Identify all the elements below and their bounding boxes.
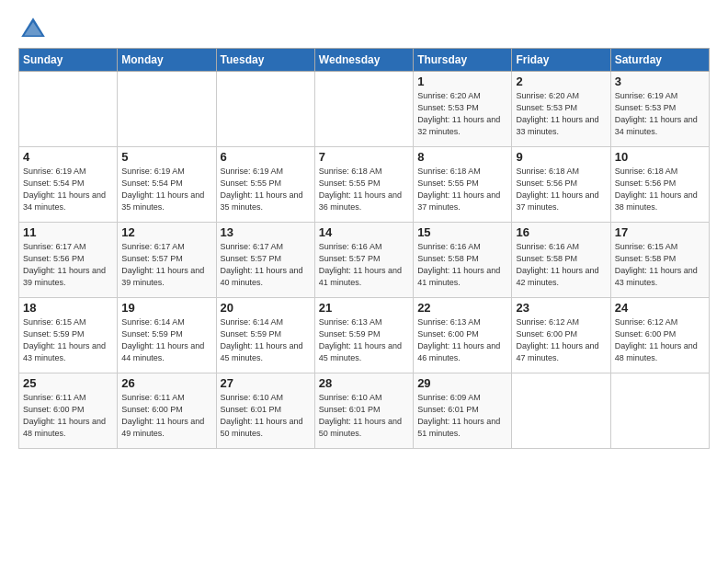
day-info: Sunrise: 6:14 AMSunset: 5:59 PMDaylight:… <box>121 316 211 364</box>
day-info: Sunrise: 6:14 AMSunset: 5:59 PMDaylight:… <box>221 316 311 364</box>
calendar-cell: 25 Sunrise: 6:11 AMSunset: 6:00 PMDaylig… <box>19 373 118 449</box>
day-number: 25 <box>23 376 113 390</box>
column-header-thursday: Thursday <box>414 49 512 72</box>
day-info: Sunrise: 6:18 AMSunset: 5:56 PMDaylight:… <box>516 166 606 213</box>
day-info: Sunrise: 6:11 AMSunset: 6:00 PMDaylight:… <box>121 392 211 440</box>
calendar-cell: 8 Sunrise: 6:18 AMSunset: 5:55 PMDayligh… <box>414 147 512 223</box>
day-info: Sunrise: 6:18 AMSunset: 5:55 PMDaylight:… <box>417 166 507 213</box>
day-info: Sunrise: 6:10 AMSunset: 6:01 PMDaylight:… <box>221 392 311 440</box>
day-number: 26 <box>121 376 211 390</box>
calendar-cell: 27 Sunrise: 6:10 AMSunset: 6:01 PMDaylig… <box>216 373 314 449</box>
day-info: Sunrise: 6:12 AMSunset: 6:00 PMDaylight:… <box>516 316 606 364</box>
column-header-tuesday: Tuesday <box>216 49 314 72</box>
day-info: Sunrise: 6:16 AMSunset: 5:58 PMDaylight:… <box>417 241 507 289</box>
calendar-week-row: 1 Sunrise: 6:20 AMSunset: 5:53 PMDayligh… <box>19 72 710 147</box>
day-number: 2 <box>516 75 606 88</box>
day-number: 6 <box>221 150 311 164</box>
day-info: Sunrise: 6:10 AMSunset: 6:01 PMDaylight:… <box>319 392 409 440</box>
calendar-cell: 14 Sunrise: 6:16 AMSunset: 5:57 PMDaylig… <box>314 223 413 298</box>
day-info: Sunrise: 6:19 AMSunset: 5:53 PMDaylight:… <box>615 90 705 138</box>
column-header-sunday: Sunday <box>19 49 118 72</box>
logo-icon <box>18 15 48 44</box>
day-number: 13 <box>221 225 311 239</box>
calendar-cell: 29 Sunrise: 6:09 AMSunset: 6:01 PMDaylig… <box>414 373 512 449</box>
calendar-cell: 16 Sunrise: 6:16 AMSunset: 5:58 PMDaylig… <box>512 223 610 298</box>
calendar-cell <box>216 72 314 147</box>
calendar-header-row: SundayMondayTuesdayWednesdayThursdayFrid… <box>19 49 710 72</box>
calendar-cell <box>118 72 216 147</box>
day-number: 3 <box>615 75 705 88</box>
calendar-week-row: 11 Sunrise: 6:17 AMSunset: 5:56 PMDaylig… <box>19 223 710 298</box>
calendar-cell: 1 Sunrise: 6:20 AMSunset: 5:53 PMDayligh… <box>414 72 512 147</box>
day-info: Sunrise: 6:11 AMSunset: 6:00 PMDaylight:… <box>23 392 113 440</box>
day-info: Sunrise: 6:16 AMSunset: 5:57 PMDaylight:… <box>319 241 409 289</box>
column-header-wednesday: Wednesday <box>314 49 413 72</box>
day-number: 19 <box>121 301 211 315</box>
day-info: Sunrise: 6:19 AMSunset: 5:55 PMDaylight:… <box>221 166 311 213</box>
day-number: 29 <box>417 376 507 390</box>
calendar-cell: 2 Sunrise: 6:20 AMSunset: 5:53 PMDayligh… <box>512 72 610 147</box>
calendar-cell: 13 Sunrise: 6:17 AMSunset: 5:57 PMDaylig… <box>216 223 314 298</box>
calendar-cell: 23 Sunrise: 6:12 AMSunset: 6:00 PMDaylig… <box>512 298 610 373</box>
calendar-cell <box>314 72 413 147</box>
day-number: 28 <box>319 376 409 390</box>
day-number: 24 <box>615 301 705 315</box>
day-number: 20 <box>221 301 311 315</box>
day-number: 23 <box>516 301 606 315</box>
calendar-cell: 10 Sunrise: 6:18 AMSunset: 5:56 PMDaylig… <box>610 147 709 223</box>
day-info: Sunrise: 6:12 AMSunset: 6:00 PMDaylight:… <box>615 316 705 364</box>
day-info: Sunrise: 6:13 AMSunset: 5:59 PMDaylight:… <box>319 316 409 364</box>
day-info: Sunrise: 6:17 AMSunset: 5:57 PMDaylight:… <box>221 241 311 289</box>
calendar-cell <box>610 373 709 449</box>
calendar-week-row: 18 Sunrise: 6:15 AMSunset: 5:59 PMDaylig… <box>19 298 710 373</box>
day-info: Sunrise: 6:20 AMSunset: 5:53 PMDaylight:… <box>417 90 507 138</box>
day-number: 11 <box>23 225 113 239</box>
day-number: 27 <box>221 376 311 390</box>
day-number: 5 <box>121 150 211 164</box>
calendar-cell: 17 Sunrise: 6:15 AMSunset: 5:58 PMDaylig… <box>610 223 709 298</box>
calendar-cell: 18 Sunrise: 6:15 AMSunset: 5:59 PMDaylig… <box>19 298 118 373</box>
calendar-cell: 20 Sunrise: 6:14 AMSunset: 5:59 PMDaylig… <box>216 298 314 373</box>
day-number: 7 <box>319 150 409 164</box>
day-info: Sunrise: 6:09 AMSunset: 6:01 PMDaylight:… <box>417 392 507 440</box>
calendar-cell: 9 Sunrise: 6:18 AMSunset: 5:56 PMDayligh… <box>512 147 610 223</box>
column-header-monday: Monday <box>118 49 216 72</box>
day-number: 14 <box>319 225 409 239</box>
header <box>18 15 710 44</box>
day-number: 21 <box>319 301 409 315</box>
page-container: SundayMondayTuesdayWednesdayThursdayFrid… <box>0 0 728 458</box>
day-number: 9 <box>516 150 606 164</box>
day-info: Sunrise: 6:17 AMSunset: 5:57 PMDaylight:… <box>121 241 211 289</box>
calendar-cell: 12 Sunrise: 6:17 AMSunset: 5:57 PMDaylig… <box>118 223 216 298</box>
calendar-cell: 4 Sunrise: 6:19 AMSunset: 5:54 PMDayligh… <box>19 147 118 223</box>
day-info: Sunrise: 6:13 AMSunset: 6:00 PMDaylight:… <box>417 316 507 364</box>
day-number: 16 <box>516 225 606 239</box>
day-number: 1 <box>417 75 507 88</box>
calendar-cell: 11 Sunrise: 6:17 AMSunset: 5:56 PMDaylig… <box>19 223 118 298</box>
day-info: Sunrise: 6:19 AMSunset: 5:54 PMDaylight:… <box>23 166 113 213</box>
calendar-cell: 15 Sunrise: 6:16 AMSunset: 5:58 PMDaylig… <box>414 223 512 298</box>
day-number: 8 <box>417 150 507 164</box>
calendar-cell: 7 Sunrise: 6:18 AMSunset: 5:55 PMDayligh… <box>314 147 413 223</box>
day-info: Sunrise: 6:20 AMSunset: 5:53 PMDaylight:… <box>516 90 606 138</box>
day-number: 22 <box>417 301 507 315</box>
day-info: Sunrise: 6:17 AMSunset: 5:56 PMDaylight:… <box>23 241 113 289</box>
calendar-week-row: 4 Sunrise: 6:19 AMSunset: 5:54 PMDayligh… <box>19 147 710 223</box>
calendar-week-row: 25 Sunrise: 6:11 AMSunset: 6:00 PMDaylig… <box>19 373 710 449</box>
day-info: Sunrise: 6:16 AMSunset: 5:58 PMDaylight:… <box>516 241 606 289</box>
day-info: Sunrise: 6:15 AMSunset: 5:59 PMDaylight:… <box>23 316 113 364</box>
day-number: 15 <box>417 225 507 239</box>
calendar-cell: 24 Sunrise: 6:12 AMSunset: 6:00 PMDaylig… <box>610 298 709 373</box>
day-info: Sunrise: 6:18 AMSunset: 5:55 PMDaylight:… <box>319 166 409 213</box>
calendar-cell: 6 Sunrise: 6:19 AMSunset: 5:55 PMDayligh… <box>216 147 314 223</box>
calendar-cell: 28 Sunrise: 6:10 AMSunset: 6:01 PMDaylig… <box>314 373 413 449</box>
column-header-friday: Friday <box>512 49 610 72</box>
calendar-table: SundayMondayTuesdayWednesdayThursdayFrid… <box>18 48 710 449</box>
calendar-cell <box>19 72 118 147</box>
day-info: Sunrise: 6:15 AMSunset: 5:58 PMDaylight:… <box>615 241 705 289</box>
calendar-cell: 5 Sunrise: 6:19 AMSunset: 5:54 PMDayligh… <box>118 147 216 223</box>
day-number: 17 <box>615 225 705 239</box>
day-info: Sunrise: 6:18 AMSunset: 5:56 PMDaylight:… <box>615 166 705 213</box>
calendar-cell: 19 Sunrise: 6:14 AMSunset: 5:59 PMDaylig… <box>118 298 216 373</box>
day-number: 4 <box>23 150 113 164</box>
